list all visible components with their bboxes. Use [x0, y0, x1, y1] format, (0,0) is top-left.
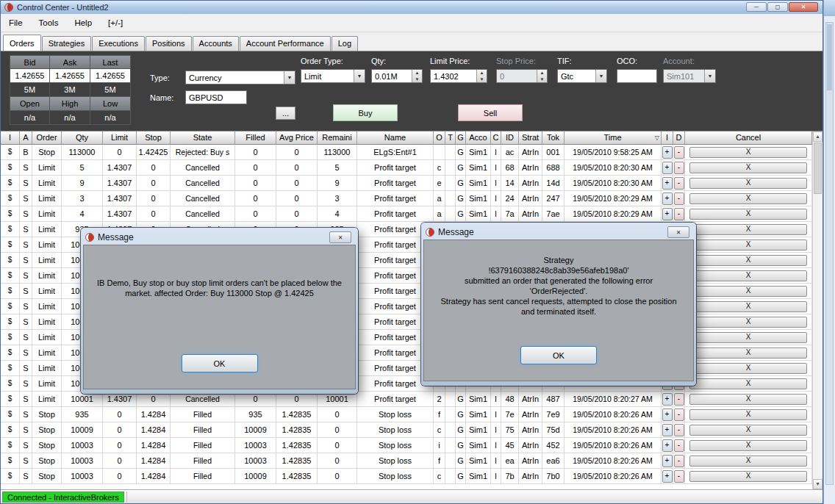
- decrease-price-button[interactable]: -: [674, 470, 684, 483]
- cancel-order-button[interactable]: X: [689, 240, 807, 251]
- table-scrollbar[interactable]: ▲ ▼: [812, 132, 823, 489]
- column-header-strat-17[interactable]: Strat: [519, 132, 542, 145]
- increase-price-button[interactable]: +: [662, 470, 673, 483]
- background-window-scrollbar[interactable]: [825, 22, 834, 485]
- spin-down-icon[interactable]: ▼: [412, 76, 422, 83]
- cancel-order-button[interactable]: X: [689, 456, 807, 467]
- decrease-price-button[interactable]: -: [674, 192, 684, 205]
- bid-header[interactable]: Bid: [10, 55, 50, 69]
- menu-help[interactable]: Help: [66, 15, 100, 30]
- qty-stepper[interactable]: 0.01M ▲▼: [371, 69, 423, 83]
- tab-strategies[interactable]: Strategies: [42, 36, 92, 51]
- table-row[interactable]: $SLimit91.43070Cancelled009Profit target…: [1, 176, 812, 191]
- column-header-stop-5[interactable]: Stop: [137, 132, 171, 145]
- decrease-price-button[interactable]: -: [674, 393, 684, 406]
- decrease-price-button[interactable]: -: [674, 424, 684, 436]
- spin-up-icon[interactable]: ▲: [477, 70, 487, 76]
- column-header-acco-14[interactable]: Acco: [466, 132, 491, 145]
- increase-price-button[interactable]: +: [662, 208, 673, 220]
- table-row[interactable]: $SLimit31.43070Cancelled003Profit target…: [1, 191, 812, 206]
- column-header-id-16[interactable]: ID: [501, 132, 519, 145]
- increase-price-button[interactable]: +: [662, 146, 673, 159]
- menu-plus-minus[interactable]: [+/-]: [100, 15, 131, 30]
- cancel-order-button[interactable]: X: [689, 363, 807, 374]
- tif-select[interactable]: Gtc ▼: [557, 69, 607, 83]
- dialog-titlebar[interactable]: Message: [83, 230, 356, 245]
- increase-price-button[interactable]: +: [662, 455, 673, 467]
- table-row[interactable]: $SStop1000301.4284Filled100091.428350Sto…: [1, 469, 812, 484]
- ask-header[interactable]: Ask: [50, 55, 90, 69]
- cancel-order-button[interactable]: X: [689, 301, 807, 312]
- column-header-order-2[interactable]: Order: [32, 132, 62, 145]
- column-header-tok-18[interactable]: Tok: [542, 132, 565, 145]
- column-header-g-13[interactable]: G: [456, 132, 466, 145]
- limit-price-stepper[interactable]: 1.4302 ▲▼: [430, 69, 487, 83]
- last-header[interactable]: Last: [90, 55, 131, 69]
- cancel-order-button[interactable]: X: [689, 147, 807, 158]
- column-header-filled-7[interactable]: Filled: [235, 132, 276, 145]
- table-row[interactable]: $SStop1000301.4284Filled100031.428350Sto…: [1, 438, 812, 453]
- table-row[interactable]: $SStop93501.4284Filled9351.428350Stop lo…: [1, 407, 812, 422]
- oco-input[interactable]: [617, 69, 657, 83]
- cancel-order-button[interactable]: X: [689, 394, 807, 405]
- tab-log[interactable]: Log: [332, 36, 358, 51]
- sell-button[interactable]: Sell: [458, 104, 523, 121]
- scrollbar-thumb[interactable]: [814, 143, 822, 194]
- cancel-order-button[interactable]: X: [689, 224, 807, 235]
- increase-price-button[interactable]: +: [662, 162, 673, 174]
- column-header-time-19[interactable]: Time▽: [565, 132, 662, 145]
- column-header-state-6[interactable]: State: [171, 132, 235, 145]
- cancel-order-button[interactable]: X: [689, 378, 807, 389]
- scroll-up-icon[interactable]: ▲: [813, 132, 823, 142]
- instrument-name-input[interactable]: GBPUSD: [185, 90, 247, 104]
- open-header[interactable]: Open: [10, 97, 50, 111]
- tab-accounts[interactable]: Accounts: [193, 36, 239, 51]
- ok-button[interactable]: OK: [182, 354, 258, 372]
- increase-price-button[interactable]: +: [662, 393, 673, 406]
- column-header-t-12[interactable]: T: [445, 132, 456, 145]
- high-header[interactable]: High: [50, 97, 90, 111]
- table-row[interactable]: $SStop1000301.4284Filled100031.428350Sto…: [1, 453, 812, 469]
- cancel-order-button[interactable]: X: [689, 440, 807, 451]
- cancel-order-button[interactable]: X: [689, 178, 807, 189]
- cancel-order-button[interactable]: X: [689, 425, 807, 436]
- tab-account-performance[interactable]: Account Performance: [240, 36, 331, 51]
- close-button[interactable]: ✕: [789, 2, 818, 12]
- tab-positions[interactable]: Positions: [146, 36, 192, 51]
- cancel-order-button[interactable]: X: [689, 471, 807, 482]
- menu-tools[interactable]: Tools: [31, 15, 67, 30]
- tab-orders[interactable]: Orders: [3, 35, 41, 51]
- increase-price-button[interactable]: +: [662, 424, 673, 436]
- menu-file[interactable]: File: [1, 15, 31, 30]
- tab-executions[interactable]: Executions: [92, 36, 145, 51]
- table-row[interactable]: $SLimit41.43070Cancelled004Profit target…: [1, 206, 812, 222]
- cancel-order-button[interactable]: X: [689, 270, 807, 281]
- more-options-button[interactable]: ...: [276, 107, 295, 120]
- dialog-titlebar[interactable]: Message: [423, 225, 694, 240]
- decrease-price-button[interactable]: -: [674, 162, 684, 174]
- column-header-i-0[interactable]: I: [1, 132, 20, 145]
- titlebar[interactable]: Control Center - Untitled2 ─ ◻ ✕: [1, 1, 823, 14]
- cancel-order-button[interactable]: X: [689, 209, 807, 220]
- dialog-close-button[interactable]: ✕: [667, 226, 689, 238]
- background-scrollbar-thumb[interactable]: [827, 24, 832, 90]
- table-row[interactable]: $SStop1000901.4284Filled100091.428350Sto…: [1, 422, 812, 438]
- order-type-select[interactable]: Limit ▼: [301, 69, 365, 83]
- column-header-avg-price-8[interactable]: Avg Price: [276, 132, 318, 145]
- increase-price-button[interactable]: +: [662, 192, 673, 205]
- dialog-close-button[interactable]: ✕: [329, 231, 351, 243]
- table-row[interactable]: $SLimit51.43070Cancelled005Profit target…: [1, 160, 812, 176]
- decrease-price-button[interactable]: -: [674, 408, 684, 421]
- column-header-cancel-22[interactable]: Cancel: [685, 132, 812, 145]
- spin-up-icon[interactable]: ▲: [412, 70, 422, 76]
- cancel-order-button[interactable]: X: [689, 332, 807, 343]
- cancel-order-button[interactable]: X: [689, 162, 807, 173]
- instrument-type-select[interactable]: Currency ▼: [185, 71, 295, 84]
- cancel-order-button[interactable]: X: [689, 348, 807, 359]
- column-header-c-15[interactable]: C: [491, 132, 501, 145]
- column-header-qty-3[interactable]: Qty: [62, 132, 103, 145]
- cancel-order-button[interactable]: X: [689, 409, 807, 420]
- increase-price-button[interactable]: +: [662, 408, 673, 421]
- low-header[interactable]: Low: [90, 97, 131, 111]
- scroll-down-icon[interactable]: ▼: [813, 479, 823, 489]
